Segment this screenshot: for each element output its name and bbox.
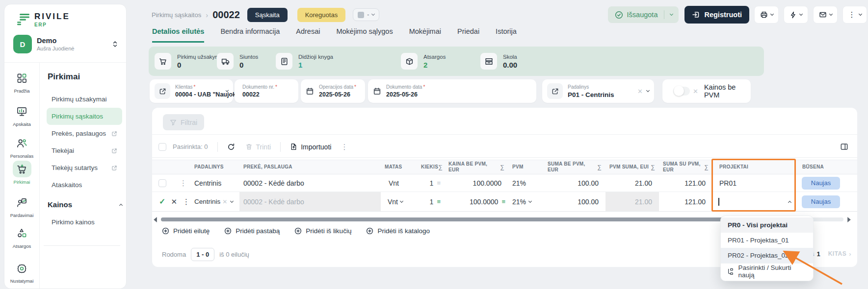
tab-priedai[interactable]: Priedai [457, 27, 479, 43]
summary-card-siuntos[interactable]: Siuntos 0 [217, 53, 258, 70]
row-kebab-icon[interactable]: ⋮ [183, 197, 190, 206]
scrollbar-thumb[interactable] [161, 217, 760, 221]
scroll-left-icon[interactable] [153, 217, 158, 222]
clear-icon[interactable]: ✕ [637, 88, 643, 95]
field-padalinys[interactable]: Padalinys P01 - Centrinis ✕ [542, 79, 654, 103]
dropdown-option-pr01[interactable]: PR01 - Projektas_01 [721, 233, 813, 248]
next-page-button[interactable]: KITAS [828, 250, 847, 257]
cell-matas-combo[interactable]: Vnt [381, 192, 417, 211]
row-checkbox[interactable] [158, 179, 166, 187]
email-button[interactable] [813, 6, 838, 24]
rail-item-apskaita[interactable]: Apskaita [4, 103, 39, 127]
header-kiekis[interactable]: KIEKIS∑ [417, 160, 445, 174]
cell-padalinys-combo[interactable]: Centrinis ✕ [190, 192, 239, 211]
delete-button[interactable]: Trinti [245, 143, 271, 151]
actions-button[interactable] [784, 6, 808, 24]
project-search-input[interactable] [712, 192, 797, 211]
detail-lines-icon[interactable]: ≡ [437, 198, 441, 205]
summary-card-didzioji-knyga[interactable]: Didžioji knyga 1 [276, 53, 333, 70]
color-tag-select[interactable]: - [353, 8, 379, 21]
add-from-stock-button[interactable]: Pridėti iš likučių [294, 227, 351, 235]
field-dokumento-data[interactable]: Dokumento data* 2025-05-26 [368, 79, 536, 103]
kainos-be-pvm-toggle[interactable] [673, 87, 690, 96]
tab-mokejimai[interactable]: Mokėjimai [409, 27, 441, 43]
dropdown-option-pr0[interactable]: PR0 - Visi projektai [721, 217, 813, 233]
rail-item-pardavimai[interactable]: Pardavimai [4, 194, 39, 218]
rail-item-personalas[interactable]: Personalas [4, 135, 39, 159]
header-preke-paslauga[interactable]: PREKĖ, PASLAUGA [239, 160, 381, 174]
add-note-button[interactable]: Pridėti pastabą [224, 227, 280, 235]
chevron-down-icon[interactable] [400, 199, 403, 202]
menu-item-ataskaitos[interactable]: Ataskaitos [47, 176, 122, 193]
menu-item-prekes-paslaugos[interactable]: Prekės, paslaugos [47, 125, 122, 142]
menu-item-tiekejai[interactable]: Tiekėjai [47, 142, 122, 159]
sigma-icon[interactable]: ∑ [500, 164, 504, 170]
saved-split-button[interactable]: Išsaugota [608, 6, 679, 23]
workspace-switcher[interactable]: D Demo Aušra Juodienė [13, 35, 118, 53]
menu-section-kainos[interactable]: Kainos [48, 200, 122, 209]
column-settings-button[interactable] [840, 143, 848, 151]
header-suma-su-pvm[interactable]: SUMA SU PVM, EUR∑ [659, 160, 712, 174]
sigma-icon[interactable]: ∑ [704, 164, 709, 170]
print-button[interactable] [754, 6, 779, 24]
confirm-icon[interactable]: ✓ [159, 197, 165, 206]
dropdown-option-pr02[interactable]: PR02 - Projektas_02 [721, 248, 813, 263]
rail-item-atsargos[interactable]: Atsargos [4, 225, 39, 249]
detail-lines-icon[interactable]: ≡ [501, 198, 505, 205]
tab-mokejimo-salygos[interactable]: Mokėjimo sąlygos [336, 27, 393, 43]
import-button[interactable]: Importuoti [290, 143, 331, 151]
tab-detalios-eilutes[interactable]: Detalios eilutės [152, 27, 204, 43]
rail-item-home[interactable]: Pradžia [4, 70, 39, 94]
rail-item-pirkimai[interactable]: Pirkimai [4, 161, 39, 185]
filter-button[interactable]: Filtrai [163, 114, 204, 130]
summary-card-uzsakymai[interactable]: Pirkimų užsakymai 0 [155, 53, 224, 70]
field-klientas[interactable]: Klientas* 00004 - UAB "Naujokas" [150, 79, 233, 103]
cancel-icon[interactable]: ✕ [171, 197, 177, 206]
chevron-down-icon[interactable] [230, 199, 234, 202]
summary-card-atsargos[interactable]: Atsargos 2 [401, 53, 446, 70]
row-kebab-icon[interactable]: ⋮ [180, 179, 187, 188]
add-line-button[interactable]: Pridėti eilutę [162, 227, 210, 235]
dropdown-create-action[interactable]: Pasirinkti / Sukurti naują [721, 263, 813, 279]
summary-card-skola[interactable]: Skola 0.00 [480, 53, 517, 70]
header-pvm-suma[interactable]: PVM SUMA, EUI∑ [605, 160, 659, 174]
chevron-down-icon[interactable] [646, 89, 650, 92]
clear-icon[interactable]: ✕ [222, 198, 227, 205]
cell-kaina-edit[interactable]: 100.0000≡ [445, 192, 508, 211]
header-busena[interactable]: BŪSENA [797, 160, 857, 174]
chevron-down-icon[interactable] [670, 12, 673, 16]
menu-item-tiekeju-sutartys[interactable]: Tiekėjų sutartys [47, 159, 122, 176]
header-projektai[interactable]: PROJEKTAI [712, 160, 797, 174]
detail-lines-icon[interactable]: ≡ [437, 179, 441, 187]
sigma-icon[interactable]: ∑ [597, 164, 602, 170]
select-all-checkbox[interactable] [158, 143, 166, 151]
cell-kiekis-edit[interactable]: 1≡ [417, 192, 445, 211]
table-row[interactable]: ⋮ Centrinis 00002 - Kėdė darbo Vnt 1≡ 10… [152, 174, 857, 192]
header-pvm[interactable]: PVM [508, 160, 544, 174]
scroll-right-icon[interactable] [847, 217, 851, 222]
refresh-button[interactable] [227, 143, 235, 151]
field-kainos-be-pvm[interactable]: ✕ Kainos be PVM [662, 79, 751, 103]
header-matas[interactable]: MATAS [381, 160, 417, 174]
chevron-down-icon[interactable] [528, 199, 532, 202]
cell-pvm-combo[interactable]: 21% [508, 192, 544, 211]
field-operacijos-data[interactable]: Operacijos data* 2025-05-26 [301, 79, 365, 103]
sigma-icon[interactable]: ∑ [651, 164, 655, 170]
kebab-icon[interactable]: ⋮ [341, 143, 348, 151]
table-row-editing[interactable]: ✓ ✕ ⋮ Centrinis ✕ 00002 - Kėdė darbo Vnt… [152, 192, 857, 212]
tab-bendra-informacija[interactable]: Bendra informacija [220, 27, 280, 43]
more-button[interactable]: ⋮ [842, 6, 867, 24]
tab-adresai[interactable]: Adresai [296, 27, 320, 43]
menu-item-pirkimo-kainos[interactable]: Pirkimo kainos [47, 214, 122, 231]
chevron-up-icon[interactable] [788, 200, 791, 204]
field-dokumento-nr[interactable]: Dokumento nr.* 00022 [235, 79, 298, 103]
add-from-catalog-button[interactable]: Pridėti iš katalogo [366, 227, 430, 235]
sigma-icon[interactable]: ∑ [438, 164, 443, 170]
header-suma-be-pvm[interactable]: SUMA BE PVM, EUR∑ [544, 160, 605, 174]
header-padalinys[interactable]: PADALINYS [190, 160, 239, 174]
menu-item-pirkimu-saskaitos[interactable]: Pirkimų sąskaitos [47, 108, 122, 125]
rail-item-nustatymai[interactable]: Nustatymai [4, 260, 39, 284]
breadcrumb[interactable]: Pirkimų sąskaitos [152, 11, 201, 19]
menu-item-pirkimu-uzsakymai[interactable]: Pirkimų užsakymai [47, 91, 122, 108]
header-kaina-be-pvm[interactable]: KAINA BE PVM, EUR∑ [445, 160, 508, 174]
